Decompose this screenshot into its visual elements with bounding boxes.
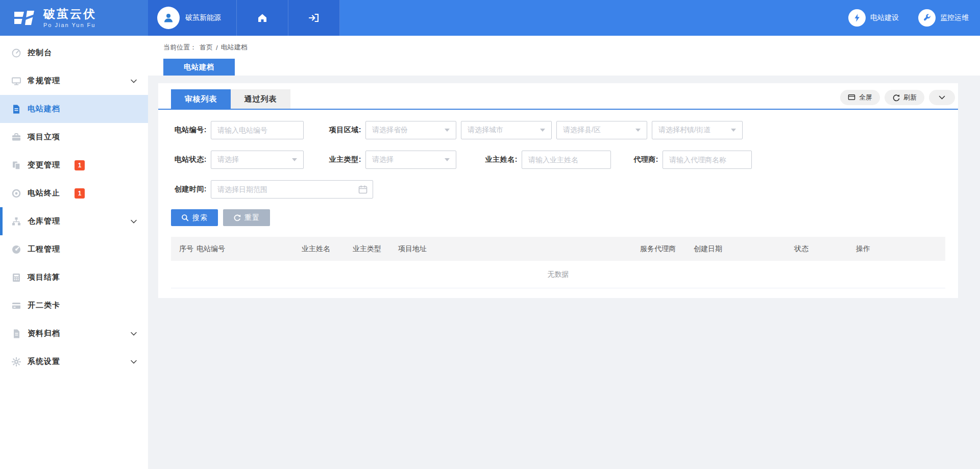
refresh-icon	[892, 94, 900, 102]
empty-state: 无数据	[171, 261, 945, 288]
search-button[interactable]: 搜索	[171, 209, 218, 226]
filter-row-1: 电站编号: 项目区域: 请选择省份 请选择城市 请选择县/区	[171, 121, 945, 139]
brand-subtitle: Po Jian Yun Fu	[43, 22, 96, 28]
province-select[interactable]: 请选择省份	[365, 121, 456, 139]
col-station-no: 电站编号	[197, 244, 302, 254]
create-time-label: 创建时间:	[171, 185, 207, 194]
user-icon	[162, 12, 175, 24]
caret-down-icon	[445, 129, 450, 132]
filter-buttons: 搜索 重置	[171, 209, 945, 226]
sidebar-item-engineering-mgmt[interactable]: 工程管理	[0, 235, 148, 263]
reset-icon	[233, 214, 241, 221]
owner-name-label: 业主姓名:	[479, 155, 518, 164]
panel-actions: 全屏 刷新	[840, 90, 955, 105]
sidebar-item-station-termination[interactable]: 电站终止 1	[0, 179, 148, 207]
col-owner-type: 业主类型	[353, 244, 398, 254]
content-area: 审核列表 通过列表 全屏 刷新	[148, 76, 980, 469]
region-label: 项目区域:	[323, 126, 361, 135]
brand-logo[interactable]: 破茧云伏 Po Jian Yun Fu	[0, 0, 148, 36]
date-range-input[interactable]	[211, 180, 373, 199]
page-header: 当前位置： 首页 / 电站建档 电站建档	[148, 36, 980, 76]
station-no-label: 电站编号:	[171, 126, 207, 135]
company-name: 破茧新能源	[185, 13, 221, 22]
sidebar-item-station-filing[interactable]: 电站建档	[0, 95, 148, 123]
main-column: 破茧新能源 电站建设 监控运维	[148, 0, 980, 469]
logout-button[interactable]	[288, 0, 340, 36]
topbar-right: 电站建设 监控运维	[340, 0, 980, 36]
panel-card: 审核列表 通过列表 全屏 刷新	[158, 83, 958, 298]
county-select[interactable]: 请选择县/区	[556, 121, 647, 139]
owner-name-input[interactable]	[522, 151, 611, 169]
file-icon	[11, 328, 22, 339]
col-status: 状态	[794, 244, 856, 254]
sidebar-item-console[interactable]: 控制台	[0, 39, 148, 67]
topbar-user[interactable]: 破茧新能源	[148, 0, 237, 36]
station-no-input[interactable]	[211, 121, 304, 139]
sidebar-item-system-settings[interactable]: 系统设置	[0, 348, 148, 376]
login-arrow-icon	[308, 13, 320, 23]
sidebar-item-open-class2-card[interactable]: 开二类卡	[0, 291, 148, 319]
fullscreen-button[interactable]: 全屏	[840, 90, 880, 105]
owner-type-select[interactable]: 请选择	[365, 151, 456, 169]
breadcrumb-separator: /	[216, 44, 218, 52]
col-seq: 序号	[179, 244, 197, 254]
sidebar-item-data-archive[interactable]: 资料归档	[0, 319, 148, 348]
station-termination-badge: 1	[75, 188, 85, 199]
col-create-date: 创建日期	[694, 244, 794, 254]
col-actions: 操作	[856, 244, 945, 254]
dashboard-icon	[11, 47, 22, 59]
sitemap-icon	[11, 216, 22, 227]
sidebar-menu: 控制台 常规管理 电站建档 项	[0, 36, 148, 469]
caret-down-icon	[635, 129, 641, 132]
wrench-icon	[918, 9, 936, 27]
copy-icon	[11, 160, 22, 171]
breadcrumb-home[interactable]: 首页	[200, 43, 213, 52]
chevron-down-icon	[131, 332, 137, 336]
page-tab-station-filing[interactable]: 电站建档	[163, 59, 235, 76]
collapse-button[interactable]	[929, 90, 955, 105]
caret-down-icon	[540, 129, 545, 132]
topbar: 破茧新能源 电站建设 监控运维	[148, 0, 980, 36]
app-root: 破茧云伏 Po Jian Yun Fu 控制台 常规管理	[0, 0, 980, 469]
avatar	[157, 7, 180, 29]
breadcrumb-current: 电站建档	[221, 43, 248, 52]
card-icon	[11, 300, 22, 311]
sidebar-item-project-initiation[interactable]: 项目立项	[0, 123, 148, 151]
station-status-select[interactable]: 请选择	[211, 151, 304, 169]
city-select[interactable]: 请选择城市	[461, 121, 552, 139]
refresh-button[interactable]: 刷新	[885, 90, 924, 105]
table-header-row: 序号 电站编号 业主姓名 业主类型 项目地址 服务代理商 创建日期 状态 操作	[171, 237, 945, 261]
sidebar-item-general-mgmt[interactable]: 常规管理	[0, 67, 148, 95]
sidebar: 破茧云伏 Po Jian Yun Fu 控制台 常规管理	[0, 0, 148, 469]
caret-down-icon	[731, 129, 736, 132]
tab-passed-list[interactable]: 通过列表	[231, 89, 290, 109]
target-icon	[11, 188, 22, 199]
calendar-icon	[358, 185, 368, 194]
home-button[interactable]	[237, 0, 288, 36]
gauge-icon	[11, 244, 22, 255]
date-range-field	[211, 180, 373, 199]
chevron-down-icon	[131, 360, 137, 364]
col-owner-name: 业主姓名	[302, 244, 353, 254]
breadcrumb: 当前位置： 首页 / 电站建档	[163, 36, 980, 52]
agent-label: 代理商:	[628, 155, 658, 164]
sidebar-item-project-settlement[interactable]: 项目结算	[0, 263, 148, 291]
calculator-icon	[11, 272, 22, 283]
gear-icon	[11, 356, 22, 367]
reset-button[interactable]: 重置	[223, 209, 270, 226]
agent-input[interactable]	[663, 151, 752, 169]
sidebar-item-change-mgmt[interactable]: 变更管理 1	[0, 151, 148, 179]
topbar-link-station-build[interactable]: 电站建设	[848, 9, 899, 27]
sidebar-item-warehouse-mgmt[interactable]: 仓库管理	[0, 207, 148, 235]
tab-review-list[interactable]: 审核列表	[171, 89, 231, 109]
caret-down-icon	[292, 158, 297, 161]
filter-row-3: 创建时间:	[171, 180, 945, 199]
topbar-link-monitor-ops[interactable]: 监控运维	[918, 9, 969, 27]
filter-row-2: 电站状态: 请选择 业主类型: 请选择 业主姓名: 代理商:	[171, 151, 945, 169]
fullscreen-icon	[848, 94, 855, 101]
brand-logo-icon	[13, 7, 37, 29]
col-project-address: 项目地址	[398, 244, 640, 254]
town-select[interactable]: 请选择村镇/街道	[652, 121, 743, 139]
panel-body: 电站编号: 项目区域: 请选择省份 请选择城市 请选择县/区	[158, 121, 958, 298]
lightning-icon	[848, 9, 866, 27]
